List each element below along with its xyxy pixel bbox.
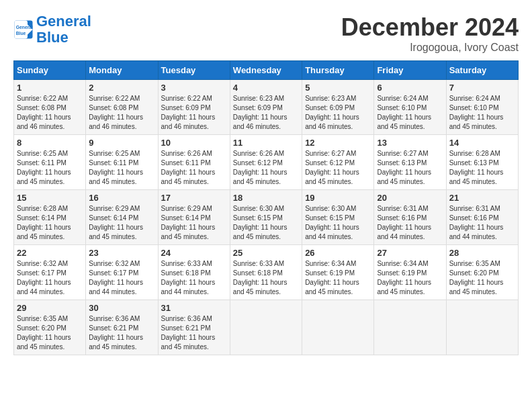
- day-number: 7: [449, 83, 515, 93]
- day-info: Sunrise: 6:24 AMSunset: 6:10 PMDaylight:…: [377, 95, 431, 130]
- day-info: Sunrise: 6:34 AMSunset: 6:19 PMDaylight:…: [377, 260, 431, 295]
- weekday-header-cell: Wednesday: [230, 61, 302, 80]
- day-number: 30: [89, 303, 154, 313]
- header: General Blue General Blue December 2024 …: [13, 13, 519, 54]
- day-number: 11: [233, 138, 299, 148]
- svg-text:General: General: [16, 25, 33, 30]
- calendar-day-cell: 21 Sunrise: 6:31 AMSunset: 6:16 PMDaylig…: [446, 190, 518, 245]
- day-number: 10: [161, 138, 227, 148]
- calendar-day-cell: 27 Sunrise: 6:34 AMSunset: 6:19 PMDaylig…: [374, 245, 446, 300]
- calendar-day-cell: 11 Sunrise: 6:26 AMSunset: 6:12 PMDaylig…: [230, 135, 302, 190]
- logo-line2: Blue: [36, 29, 69, 46]
- calendar-day-cell: 9 Sunrise: 6:25 AMSunset: 6:11 PMDayligh…: [86, 135, 158, 190]
- day-info: Sunrise: 6:32 AMSunset: 6:17 PMDaylight:…: [89, 260, 143, 295]
- day-info: Sunrise: 6:27 AMSunset: 6:13 PMDaylight:…: [377, 150, 431, 185]
- day-info: Sunrise: 6:28 AMSunset: 6:14 PMDaylight:…: [17, 205, 71, 240]
- calendar-week-row: 8 Sunrise: 6:25 AMSunset: 6:11 PMDayligh…: [14, 135, 519, 190]
- day-info: Sunrise: 6:35 AMSunset: 6:20 PMDaylight:…: [17, 315, 71, 351]
- day-info: Sunrise: 6:28 AMSunset: 6:13 PMDaylight:…: [449, 150, 504, 185]
- calendar-day-cell: 12 Sunrise: 6:27 AMSunset: 6:12 PMDaylig…: [302, 135, 374, 190]
- day-info: Sunrise: 6:27 AMSunset: 6:12 PMDaylight:…: [305, 150, 359, 185]
- day-info: Sunrise: 6:26 AMSunset: 6:12 PMDaylight:…: [233, 150, 287, 185]
- svg-rect-2: [15, 21, 28, 39]
- day-number: 20: [377, 193, 443, 203]
- day-number: 6: [377, 83, 443, 93]
- calendar-week-row: 15 Sunrise: 6:28 AMSunset: 6:14 PMDaylig…: [14, 190, 519, 245]
- day-number: 3: [161, 83, 227, 93]
- calendar-day-cell: 24 Sunrise: 6:33 AMSunset: 6:18 PMDaylig…: [158, 245, 230, 300]
- calendar-day-cell: 26 Sunrise: 6:34 AMSunset: 6:19 PMDaylig…: [302, 245, 374, 300]
- calendar-week-row: 29 Sunrise: 6:35 AMSunset: 6:20 PMDaylig…: [14, 300, 519, 355]
- day-number: 27: [377, 248, 443, 258]
- day-info: Sunrise: 6:33 AMSunset: 6:18 PMDaylight:…: [161, 260, 216, 295]
- calendar-day-cell: 3 Sunrise: 6:22 AMSunset: 6:09 PMDayligh…: [158, 80, 230, 135]
- day-info: Sunrise: 6:22 AMSunset: 6:08 PMDaylight:…: [17, 95, 71, 130]
- day-number: 1: [17, 83, 83, 93]
- day-info: Sunrise: 6:35 AMSunset: 6:20 PMDaylight:…: [449, 260, 504, 295]
- day-info: Sunrise: 6:29 AMSunset: 6:14 PMDaylight:…: [89, 205, 143, 240]
- day-number: 26: [305, 248, 371, 258]
- day-info: Sunrise: 6:30 AMSunset: 6:15 PMDaylight:…: [233, 205, 287, 240]
- calendar-day-cell: [302, 300, 374, 355]
- day-number: 19: [305, 193, 371, 203]
- day-info: Sunrise: 6:32 AMSunset: 6:17 PMDaylight:…: [17, 260, 71, 295]
- logo: General Blue General Blue: [13, 13, 91, 46]
- calendar-day-cell: 29 Sunrise: 6:35 AMSunset: 6:20 PMDaylig…: [14, 300, 86, 355]
- weekday-header-cell: Sunday: [14, 61, 86, 80]
- calendar-day-cell: 28 Sunrise: 6:35 AMSunset: 6:20 PMDaylig…: [446, 245, 518, 300]
- day-info: Sunrise: 6:25 AMSunset: 6:11 PMDaylight:…: [89, 150, 143, 185]
- weekday-header: SundayMondayTuesdayWednesdayThursdayFrid…: [14, 61, 519, 80]
- logo-line1: General: [36, 13, 91, 30]
- day-number: 18: [233, 193, 299, 203]
- calendar-day-cell: [374, 300, 446, 355]
- calendar-day-cell: [446, 300, 518, 355]
- calendar-day-cell: 25 Sunrise: 6:33 AMSunset: 6:18 PMDaylig…: [230, 245, 302, 300]
- day-number: 21: [449, 193, 515, 203]
- calendar-day-cell: [230, 300, 302, 355]
- day-info: Sunrise: 6:26 AMSunset: 6:11 PMDaylight:…: [161, 150, 216, 185]
- calendar-day-cell: 6 Sunrise: 6:24 AMSunset: 6:10 PMDayligh…: [374, 80, 446, 135]
- day-info: Sunrise: 6:23 AMSunset: 6:09 PMDaylight:…: [305, 95, 359, 130]
- calendar-day-cell: 30 Sunrise: 6:36 AMSunset: 6:21 PMDaylig…: [86, 300, 158, 355]
- calendar-day-cell: 16 Sunrise: 6:29 AMSunset: 6:14 PMDaylig…: [86, 190, 158, 245]
- month-title: December 2024: [341, 13, 519, 42]
- location-title: Irogogoua, Ivory Coast: [341, 42, 519, 54]
- day-info: Sunrise: 6:22 AMSunset: 6:08 PMDaylight:…: [89, 95, 143, 130]
- day-number: 2: [89, 83, 154, 93]
- title-area: December 2024 Irogogoua, Ivory Coast: [341, 13, 519, 54]
- day-number: 8: [17, 138, 83, 148]
- calendar-week-row: 22 Sunrise: 6:32 AMSunset: 6:17 PMDaylig…: [14, 245, 519, 300]
- day-number: 24: [161, 248, 227, 258]
- day-number: 29: [17, 303, 83, 313]
- logo-icon: General Blue: [13, 19, 34, 40]
- calendar-day-cell: 14 Sunrise: 6:28 AMSunset: 6:13 PMDaylig…: [446, 135, 518, 190]
- day-number: 4: [233, 83, 299, 93]
- calendar-day-cell: 7 Sunrise: 6:24 AMSunset: 6:10 PMDayligh…: [446, 80, 518, 135]
- day-info: Sunrise: 6:31 AMSunset: 6:16 PMDaylight:…: [377, 205, 431, 240]
- weekday-header-cell: Friday: [374, 61, 446, 80]
- day-info: Sunrise: 6:36 AMSunset: 6:21 PMDaylight:…: [89, 315, 143, 351]
- calendar-day-cell: 13 Sunrise: 6:27 AMSunset: 6:13 PMDaylig…: [374, 135, 446, 190]
- calendar-day-cell: 18 Sunrise: 6:30 AMSunset: 6:15 PMDaylig…: [230, 190, 302, 245]
- day-number: 9: [89, 138, 154, 148]
- day-number: 15: [17, 193, 83, 203]
- calendar-day-cell: 23 Sunrise: 6:32 AMSunset: 6:17 PMDaylig…: [86, 245, 158, 300]
- weekday-header-cell: Tuesday: [158, 61, 230, 80]
- day-number: 23: [89, 248, 154, 258]
- calendar-day-cell: 4 Sunrise: 6:23 AMSunset: 6:09 PMDayligh…: [230, 80, 302, 135]
- day-info: Sunrise: 6:30 AMSunset: 6:15 PMDaylight:…: [305, 205, 359, 240]
- calendar-day-cell: 15 Sunrise: 6:28 AMSunset: 6:14 PMDaylig…: [14, 190, 86, 245]
- day-number: 14: [449, 138, 515, 148]
- calendar-day-cell: 17 Sunrise: 6:29 AMSunset: 6:14 PMDaylig…: [158, 190, 230, 245]
- weekday-header-cell: Monday: [86, 61, 158, 80]
- logo-text: General Blue: [36, 13, 91, 46]
- calendar-day-cell: 2 Sunrise: 6:22 AMSunset: 6:08 PMDayligh…: [86, 80, 158, 135]
- day-number: 16: [89, 193, 154, 203]
- calendar-day-cell: 20 Sunrise: 6:31 AMSunset: 6:16 PMDaylig…: [374, 190, 446, 245]
- day-info: Sunrise: 6:31 AMSunset: 6:16 PMDaylight:…: [449, 205, 504, 240]
- calendar-day-cell: 5 Sunrise: 6:23 AMSunset: 6:09 PMDayligh…: [302, 80, 374, 135]
- day-number: 5: [305, 83, 371, 93]
- calendar-day-cell: 1 Sunrise: 6:22 AMSunset: 6:08 PMDayligh…: [14, 80, 86, 135]
- day-info: Sunrise: 6:36 AMSunset: 6:21 PMDaylight:…: [161, 315, 216, 351]
- svg-text:Blue: Blue: [16, 31, 26, 36]
